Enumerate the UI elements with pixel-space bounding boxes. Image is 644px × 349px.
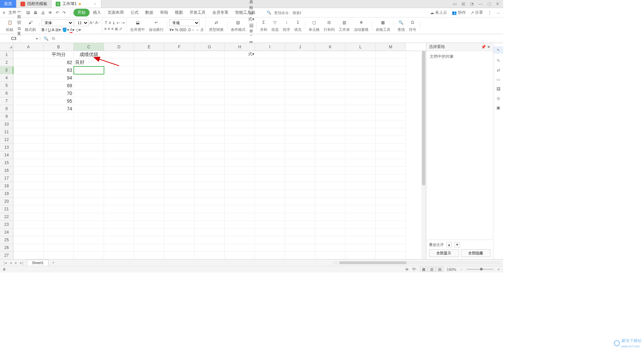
wrap-button[interactable]: ↵自动换行 [148, 19, 165, 32]
row-header-2[interactable]: 2 [0, 59, 13, 66]
indent-inc-icon[interactable]: ⇥ [121, 20, 124, 25]
cell-L11[interactable] [345, 128, 376, 136]
cell-D9[interactable] [104, 113, 134, 120]
cell-L16[interactable] [345, 167, 376, 174]
cell-J2[interactable] [285, 59, 315, 66]
cell-H26[interactable] [225, 244, 255, 252]
cell-C24[interactable] [74, 229, 104, 236]
cell-H7[interactable] [225, 97, 255, 105]
filter-button[interactable]: ▽筛选 [270, 19, 280, 32]
cell-B19[interactable] [44, 190, 74, 198]
cell-H14[interactable] [225, 151, 255, 159]
cell-C16[interactable] [74, 167, 104, 174]
cell-F8[interactable] [164, 105, 195, 113]
cell-C18[interactable] [74, 182, 104, 190]
indent-dec-icon[interactable]: ⇤ [117, 20, 120, 25]
cell-K23[interactable] [315, 221, 345, 229]
cell-I26[interactable] [255, 244, 285, 252]
cell-C8[interactable] [74, 105, 104, 113]
format-painter-button[interactable]: 🖌格式刷 [23, 19, 37, 32]
cell-D16[interactable] [104, 167, 134, 174]
col-header-F[interactable]: F [164, 43, 195, 51]
cell-A20[interactable] [13, 198, 44, 205]
cell-F4[interactable] [164, 74, 195, 82]
cell-H1[interactable] [225, 51, 255, 59]
cell-E21[interactable] [134, 205, 164, 213]
row-header-4[interactable]: 4 [0, 74, 13, 82]
cell-E5[interactable] [134, 82, 164, 90]
sheet-last-icon[interactable]: ▸| [19, 260, 24, 265]
style-icon[interactable]: ✎ [497, 58, 500, 63]
cell-J9[interactable] [285, 113, 315, 120]
cell-L20[interactable] [345, 198, 376, 205]
cell-B12[interactable] [44, 136, 74, 144]
menu-view[interactable]: 视图 [171, 8, 186, 17]
cell-D26[interactable] [104, 244, 134, 252]
cell-M6[interactable] [376, 90, 406, 97]
add-sheet-button[interactable]: ＋ [51, 260, 55, 265]
cell-K15[interactable] [315, 159, 345, 167]
cell-L9[interactable] [345, 113, 376, 120]
cell-K21[interactable] [315, 205, 345, 213]
cell-I21[interactable] [255, 205, 285, 213]
cell-E27[interactable] [134, 252, 164, 259]
cell-J11[interactable] [285, 128, 315, 136]
cell-M18[interactable] [376, 182, 406, 190]
cell-L2[interactable] [345, 59, 376, 66]
cell-L23[interactable] [345, 221, 376, 229]
cell-G8[interactable] [195, 105, 225, 113]
border-button[interactable]: ⊞▾ [55, 28, 61, 32]
cell-G13[interactable] [195, 144, 225, 151]
cut-button[interactable]: ✂ 剪切 [16, 9, 22, 26]
cell-H6[interactable] [225, 90, 255, 97]
cell-H10[interactable] [225, 120, 255, 128]
col-header-M[interactable]: M [376, 43, 406, 51]
col-header-J[interactable]: J [285, 43, 315, 51]
eye-icon[interactable]: 👁 [405, 267, 409, 271]
cell-G6[interactable] [195, 90, 225, 97]
currency-icon[interactable]: ¥▾ [169, 28, 174, 32]
cell-K22[interactable] [315, 213, 345, 221]
row-header-25[interactable]: 25 [0, 236, 13, 244]
percent-icon[interactable]: % [175, 28, 178, 32]
cell-H12[interactable] [225, 136, 255, 144]
cell-F1[interactable] [164, 51, 195, 59]
cell-L13[interactable] [345, 144, 376, 151]
cell-M27[interactable] [376, 252, 406, 259]
cell-D4[interactable] [104, 74, 134, 82]
cell-H9[interactable] [225, 113, 255, 120]
cell-I22[interactable] [255, 213, 285, 221]
align-left-icon[interactable]: ≡ [104, 27, 107, 31]
zoom-knob[interactable] [480, 268, 483, 270]
merge-button[interactable]: ⬓合并居中 [129, 19, 146, 32]
search-input[interactable] [274, 11, 301, 15]
cell-G5[interactable] [195, 82, 225, 90]
table-tools-button[interactable]: ▦表格工具 [374, 19, 392, 32]
name-box-input[interactable] [2, 36, 25, 41]
print-icon[interactable]: 🖨 [41, 10, 45, 15]
close-panel-icon[interactable]: ✕ [487, 45, 490, 49]
cell-K20[interactable] [315, 198, 345, 205]
input-mode-icon[interactable]: ⊕ [3, 267, 6, 271]
cell-B8[interactable]: 74 [44, 105, 74, 113]
cell-F13[interactable] [164, 144, 195, 151]
tab-home[interactable]: 首页 [0, 0, 16, 8]
location-icon[interactable]: ◎ [497, 96, 500, 101]
cell-C12[interactable] [74, 136, 104, 144]
cell-G10[interactable] [195, 120, 225, 128]
cell-M20[interactable] [376, 198, 406, 205]
cell-C22[interactable] [74, 213, 104, 221]
select-all-corner[interactable] [0, 43, 13, 51]
cell-B11[interactable] [44, 128, 74, 136]
col-header-E[interactable]: E [134, 43, 164, 51]
close-icon[interactable]: ✕ [495, 1, 500, 6]
cell-A19[interactable] [13, 190, 44, 198]
cell-I18[interactable] [255, 182, 285, 190]
cell-F26[interactable] [164, 244, 195, 252]
cell-F25[interactable] [164, 236, 195, 244]
cell-A15[interactable] [13, 159, 44, 167]
cell-E26[interactable] [134, 244, 164, 252]
cell-C23[interactable] [74, 221, 104, 229]
cell-C21[interactable] [74, 205, 104, 213]
fx-label[interactable]: fx [52, 36, 55, 41]
